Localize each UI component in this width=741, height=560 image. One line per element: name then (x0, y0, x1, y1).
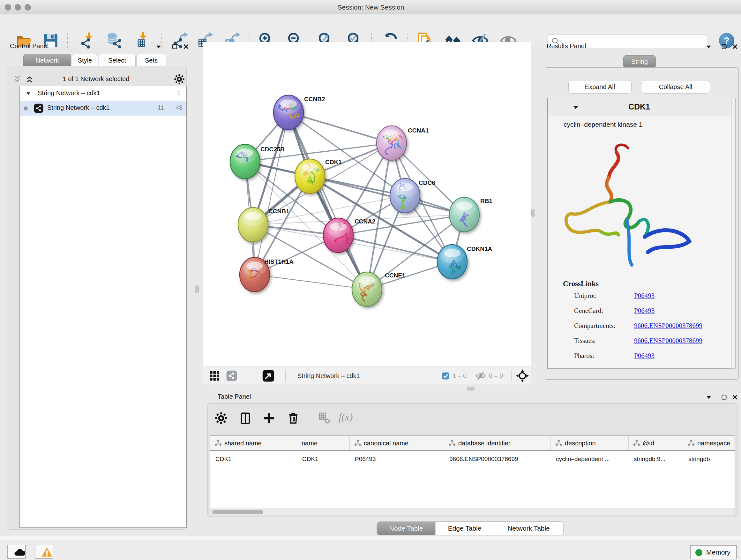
delete-column-icon[interactable] (287, 412, 300, 425)
function-builder-button: f(x) (339, 411, 353, 423)
crosslink-link[interactable]: P06493 (634, 307, 655, 315)
memory-button[interactable]: Memory (690, 545, 737, 559)
selected-checkbox-icon[interactable] (442, 372, 450, 380)
results-panel-float-icon[interactable] (721, 44, 727, 50)
network-canvas[interactable]: CCNB2CCNA1CDC25BCDK1CDC6RB1CCNB1CCNA2CDK… (203, 42, 531, 367)
import-network-icon[interactable] (79, 32, 96, 49)
show-columns-icon[interactable] (239, 412, 252, 425)
add-column-icon[interactable] (263, 412, 275, 425)
network-node-CCNB2[interactable] (273, 95, 304, 130)
table-cell[interactable]: P06493 (350, 451, 444, 467)
network-edge[interactable] (338, 235, 452, 262)
network-edge[interactable] (288, 112, 392, 143)
network-status-dot (23, 106, 28, 111)
grid-view-icon[interactable] (209, 370, 220, 381)
cloud-button[interactable] (7, 545, 26, 559)
control-panel-float-icon[interactable] (172, 44, 178, 50)
network-node-CCNA2[interactable] (323, 218, 353, 253)
table-panel-close-icon[interactable] (732, 394, 738, 400)
birds-eye-view-icon[interactable] (262, 370, 274, 382)
table-panel-title: Table Panel (218, 393, 251, 400)
results-scrollbar-track[interactable] (731, 98, 736, 369)
network-node-CCNB1[interactable] (238, 207, 268, 242)
control-panel-close-icon[interactable] (183, 44, 189, 50)
network-share-icon[interactable] (226, 370, 237, 381)
import-database-icon[interactable] (106, 32, 123, 49)
table-panel-container: f(x) shared name name canonical name dat… (207, 403, 738, 517)
crosslink-link[interactable]: P06493 (634, 352, 655, 360)
table-panel-float-icon[interactable] (721, 394, 727, 400)
network-node-RB1[interactable] (449, 197, 479, 232)
tab-string[interactable]: String (623, 55, 656, 68)
window-title: Session: New Session (0, 0, 741, 14)
collapse-all-button[interactable]: Collapse All (641, 80, 710, 94)
node-label: CCNB1 (268, 208, 289, 214)
table-panel-menu-icon[interactable] (705, 394, 712, 401)
column-header-shared-name[interactable]: shared name (210, 436, 297, 450)
crosslinks-heading: CrossLinks (563, 280, 599, 288)
tab-network-table[interactable]: Network Table (494, 522, 563, 536)
tab-network[interactable]: Network (23, 54, 71, 67)
network-node-CDK1[interactable] (295, 159, 325, 193)
column-header-description[interactable]: description (551, 436, 629, 450)
network-node-CDC25B[interactable] (230, 144, 260, 179)
sort-icon (555, 440, 562, 447)
results-panel-close-icon[interactable] (732, 44, 738, 50)
column-header-name[interactable]: name (297, 436, 350, 450)
tab-sets[interactable]: Sets (136, 54, 166, 67)
column-header-database-identifier[interactable]: database identifier (444, 436, 551, 450)
crosslink-link[interactable]: P06493 (634, 292, 655, 300)
column-header-namespace[interactable]: namespace (683, 436, 735, 450)
node-label: CCNE1 (385, 272, 406, 279)
expand-all-networks-icon[interactable] (12, 74, 22, 84)
node-label: CDC6 (419, 179, 435, 186)
table-options-gear-icon[interactable] (215, 412, 227, 425)
results-panel-menu-icon[interactable] (705, 44, 712, 50)
table-cell[interactable]: CDK1 (297, 451, 350, 467)
column-header-canonical-name[interactable]: canonical name (350, 436, 444, 450)
network-list-options-gear-icon[interactable] (174, 74, 185, 84)
network-edge[interactable] (255, 274, 367, 289)
network-node-CDC6[interactable] (390, 179, 420, 213)
network-node-CCNA1[interactable] (377, 126, 407, 160)
protein-section-header[interactable]: CDK1 (548, 98, 731, 116)
table-cell[interactable]: cyclin–dependent ... (551, 451, 629, 467)
table-cell[interactable]: 9606.ENSP00000378699 (444, 451, 551, 467)
import-table-icon[interactable] (133, 32, 150, 49)
status-bar: Memory (0, 540, 741, 560)
tab-node-table[interactable]: Node Table (377, 522, 435, 536)
node-label: CCNA2 (354, 218, 375, 225)
column-header--id[interactable]: @id (629, 436, 683, 450)
vertical-splitter-handle[interactable] (531, 209, 535, 217)
crosslink-link[interactable]: 9606.ENSP00000378699 (634, 337, 702, 345)
tree-expand-icon[interactable] (25, 91, 31, 97)
collapse-all-networks-icon[interactable] (24, 74, 34, 84)
table-hscrollbar-track[interactable] (210, 509, 735, 515)
table-cell[interactable]: CDK1 (210, 451, 297, 467)
network-node-CCNE1[interactable] (352, 272, 382, 307)
warning-button[interactable] (35, 545, 53, 559)
vertical-splitter-handle[interactable] (195, 286, 199, 293)
network-tree-child-row[interactable]: String Network – cdk1 11 48 (20, 101, 186, 116)
network-edge[interactable] (288, 112, 367, 289)
warning-icon (38, 546, 50, 557)
toolbar-separator (67, 34, 68, 48)
table-cell[interactable]: stringdb:9... (629, 451, 683, 467)
protein-details-pane: CDK1 cyclin–dependent kinase 1 CrossLink… (547, 98, 731, 369)
horizontal-splitter-handle[interactable] (467, 387, 475, 390)
tab-select[interactable]: Select (98, 54, 136, 67)
crosslink-link[interactable]: 9606.ENSP00000378699 (634, 322, 702, 330)
network-edge[interactable] (255, 112, 288, 274)
tab-edge-table[interactable]: Edge Table (435, 522, 494, 536)
network-graph[interactable]: CCNB2CCNA1CDC25BCDK1CDC6RB1CCNB1CCNA2CDK… (203, 42, 531, 367)
tab-style[interactable]: Style (72, 54, 98, 67)
table-row[interactable]: CDK1CDK1P064939606.ENSP00000378699cyclin… (210, 451, 735, 467)
table-cell[interactable]: stringdb (683, 451, 735, 467)
network-node-CDKN1A[interactable] (437, 245, 467, 279)
control-panel-menu-icon[interactable] (155, 44, 162, 50)
table-hscrollbar-thumb[interactable] (212, 510, 263, 514)
expand-all-button[interactable]: Expand All (568, 80, 631, 94)
network-tree-root-row[interactable]: String Network – cdk1 1 (20, 86, 186, 101)
edge-count: 48 (176, 104, 183, 111)
crosshair-icon[interactable] (516, 369, 529, 382)
